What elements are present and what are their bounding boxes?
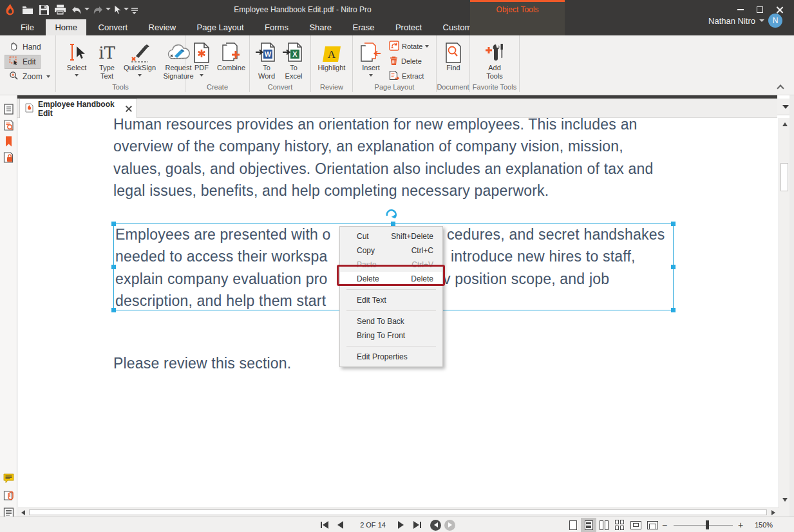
- scroll-left-button[interactable]: [19, 509, 28, 516]
- context-menu-item-copy[interactable]: Copy Ctrl+C: [340, 243, 442, 258]
- rotate-page-icon: [389, 41, 399, 52]
- find-button[interactable]: Find: [440, 39, 466, 72]
- collapse-ribbon-button[interactable]: [776, 84, 785, 91]
- search-results-panel-icon[interactable]: [3, 119, 15, 131]
- combine-button[interactable]: Combine: [215, 39, 247, 72]
- vertical-scroll-thumb[interactable]: [780, 163, 788, 191]
- tab-page-layout[interactable]: Page Layout: [188, 19, 253, 35]
- account-menu[interactable]: Nathan Nitro N: [708, 6, 782, 35]
- horizontal-scrollbar[interactable]: [18, 508, 779, 517]
- view-continuous-button[interactable]: [581, 517, 596, 532]
- extract-button[interactable]: Extract: [389, 70, 424, 82]
- selection-handle-e[interactable]: [671, 265, 676, 269]
- highlight-button[interactable]: A Highlight: [314, 39, 350, 72]
- bookmarks-panel-icon[interactable]: [3, 135, 15, 147]
- undo-dropdown-caret-icon[interactable]: [84, 8, 90, 10]
- zoom-slider-knob[interactable]: [706, 520, 709, 529]
- last-page-button[interactable]: [413, 517, 421, 532]
- view-grid-button[interactable]: [612, 517, 627, 532]
- tab-protect[interactable]: Protect: [386, 19, 431, 35]
- avatar[interactable]: N: [768, 14, 782, 28]
- account-caret-icon: [759, 19, 764, 22]
- pdf-button[interactable]: PDF: [189, 39, 214, 77]
- hand-tool-button[interactable]: Hand: [5, 41, 45, 53]
- context-menu-item-edit-text[interactable]: Edit Text: [340, 293, 442, 307]
- customize-quick-access-icon[interactable]: [131, 6, 138, 17]
- zoom-slider[interactable]: [674, 517, 733, 532]
- to-excel-button[interactable]: X To Excel: [281, 39, 307, 81]
- tab-convert[interactable]: Convert: [90, 19, 137, 35]
- edit-text-label: Edit Text: [357, 296, 386, 305]
- document-tab[interactable]: Employee Handbook Edit: [19, 99, 137, 118]
- zoom-tool-button[interactable]: Zoom: [5, 70, 54, 83]
- selection-handle-ne[interactable]: [671, 222, 676, 226]
- delete-button[interactable]: Delete: [389, 55, 422, 67]
- last-page-icon: [420, 522, 421, 528]
- quicksign-button[interactable]: QuickSign: [122, 39, 158, 77]
- context-menu-item-send-to-back[interactable]: Send To Back: [340, 314, 442, 328]
- delete-label: Delete: [401, 57, 422, 65]
- combine-label: Combine: [217, 64, 245, 72]
- save-icon[interactable]: [39, 3, 50, 16]
- select-pointer-caret-icon[interactable]: [124, 8, 129, 10]
- first-page-button[interactable]: [321, 517, 328, 532]
- pages-panel-icon[interactable]: [3, 103, 15, 115]
- select-pointer-icon[interactable]: [113, 3, 122, 16]
- scroll-down-button[interactable]: [780, 495, 789, 505]
- selection-handle-se[interactable]: [671, 308, 676, 312]
- insert-caret-icon: [369, 74, 373, 77]
- selection-handle-n[interactable]: [391, 222, 395, 226]
- selection-handle-sw[interactable]: [111, 308, 116, 312]
- select-button[interactable]: Select: [61, 39, 92, 77]
- print-icon[interactable]: [54, 3, 66, 16]
- view-history-back-button[interactable]: [430, 517, 441, 532]
- view-single-page-button[interactable]: [565, 517, 581, 532]
- context-menu-item-edit-properties[interactable]: Edit Properties: [340, 350, 442, 364]
- attachments-panel-icon[interactable]: [3, 489, 15, 502]
- context-menu-item-cut[interactable]: Cut Shift+Delete: [340, 229, 442, 243]
- security-panel-icon[interactable]: [3, 151, 15, 164]
- zoom-slider-track[interactable]: [674, 525, 733, 526]
- horizontal-scroll-thumb[interactable]: [29, 509, 767, 515]
- open-folder-icon[interactable]: [22, 3, 33, 16]
- document-tab-close-icon[interactable]: [126, 106, 131, 112]
- next-page-button[interactable]: [398, 517, 404, 532]
- comments-panel-icon[interactable]: [3, 472, 15, 484]
- context-menu-item-bring-to-front[interactable]: Bring To Front: [340, 328, 442, 343]
- tab-home[interactable]: Home: [46, 19, 86, 35]
- tab-erase[interactable]: Erase: [344, 19, 384, 35]
- to-word-icon: W: [255, 39, 278, 64]
- tab-file[interactable]: File: [12, 19, 43, 35]
- redo-icon[interactable]: [92, 4, 104, 17]
- view-fullwidth-button[interactable]: [645, 517, 660, 532]
- type-text-button[interactable]: iT Type Text: [93, 39, 120, 81]
- scroll-up-button[interactable]: [780, 119, 789, 129]
- selection-handle-w[interactable]: [111, 265, 116, 269]
- tab-forms[interactable]: Forms: [256, 19, 298, 35]
- view-history-forward-button[interactable]: [444, 517, 455, 532]
- history-back-icon: [434, 522, 438, 527]
- scroll-right-button[interactable]: [769, 509, 778, 516]
- redo-dropdown-caret-icon[interactable]: [106, 8, 111, 10]
- add-tools-button[interactable]: Add Tools: [479, 39, 510, 81]
- tab-review[interactable]: Review: [140, 19, 185, 35]
- vertical-scrollbar[interactable]: [779, 118, 789, 508]
- tab-share[interactable]: Share: [300, 19, 341, 35]
- edit-tool-button[interactable]: Edit: [5, 55, 40, 68]
- excel-letter: X: [292, 50, 298, 58]
- previous-page-button[interactable]: [337, 517, 343, 532]
- paragraph1-line1: Human resources provides an orientation …: [113, 116, 638, 133]
- insert-button[interactable]: Insert: [357, 39, 385, 77]
- zoom-in-button[interactable]: +: [738, 517, 743, 532]
- selection-handle-nw[interactable]: [111, 222, 116, 226]
- zoom-out-button[interactable]: −: [662, 517, 667, 532]
- to-word-button[interactable]: W To Word: [254, 39, 279, 81]
- view-facing-pages-button[interactable]: [596, 517, 612, 532]
- context-menu: Cut Shift+Delete Copy Ctrl+C Paste Ctrl+…: [339, 226, 443, 367]
- menu-separator: [346, 289, 436, 290]
- rotate-handle-icon[interactable]: [384, 207, 398, 223]
- undo-icon[interactable]: [71, 4, 82, 17]
- view-fullscreen-button[interactable]: [628, 517, 643, 532]
- rotate-button[interactable]: Rotate: [389, 41, 429, 52]
- to-word-label: To Word: [254, 64, 279, 81]
